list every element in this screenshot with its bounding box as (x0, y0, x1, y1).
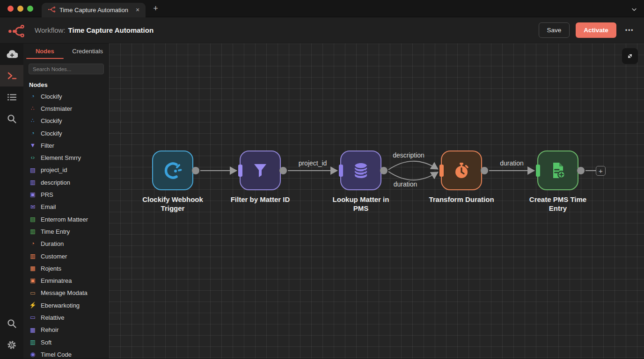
filter-icon: ▼ (29, 143, 37, 149)
node-type-item[interactable]: ▤Enterrom Matteer (23, 213, 109, 225)
node-type-item[interactable]: ∴Clockify (23, 115, 109, 127)
file-plus-icon (547, 159, 569, 182)
node-type-label: Email (41, 203, 56, 210)
file-icon: ▥ (29, 229, 37, 235)
file-icon: ▥ (29, 339, 37, 345)
node-label: Lookup Matter in PMS (328, 195, 394, 213)
stopwatch-icon (450, 159, 473, 182)
tab-nodes[interactable]: Nodes (23, 43, 66, 59)
node-type-item[interactable]: ▣Enminatrea (23, 274, 109, 287)
node-type-item[interactable]: ▣PRS (23, 188, 109, 201)
browser-tab[interactable]: Time Capture Automation × (42, 3, 146, 17)
stopwatch-icon: ◔ (29, 241, 37, 247)
nodes-panel: Nodes Credentials Nodes ◔Clockify∴Crnstm… (23, 43, 109, 359)
workflow-node-filter-by-matter-id: Filter by Matter ID (240, 151, 281, 190)
clockify-icon (161, 159, 184, 182)
activate-button[interactable]: Activate (576, 22, 616, 38)
search-nodes-input[interactable] (29, 64, 104, 74)
output-connector[interactable] (279, 167, 287, 174)
workflow-node-lookup-matter-in-pms: Lookup Matter in PMS (340, 151, 381, 190)
node-type-item[interactable]: ▼Filter (23, 139, 109, 151)
node-type-item[interactable]: ▥Soft (23, 336, 109, 348)
node-type-item[interactable]: ∴Crnstmiater (23, 102, 109, 115)
node-type-item[interactable]: ◔Clockify (23, 90, 109, 102)
node-type-item[interactable]: ▦Rojents (23, 262, 109, 274)
input-connector[interactable] (238, 165, 242, 177)
add-node-button[interactable]: + (596, 166, 606, 176)
node-type-label: Element Smrry (41, 154, 81, 161)
output-connector[interactable] (481, 167, 488, 174)
node-type-label: Soft (41, 339, 51, 346)
node-type-item[interactable]: ◉Timel Code (23, 348, 109, 359)
node-type-label: Crnstmiater (41, 105, 72, 112)
node-type-label: Relattive (41, 314, 65, 321)
node-type-item[interactable]: ▤project_id (23, 164, 109, 176)
grid-icon: ▦ (29, 327, 37, 333)
nodes-section-title: Nodes (23, 77, 109, 90)
node-type-label: Customer (41, 253, 67, 260)
clock-icon: ◔ (29, 130, 37, 136)
app-favicon-icon (48, 6, 56, 14)
file-icon: ▥ (29, 253, 37, 259)
node-type-item[interactable]: ▥Time Entry (23, 225, 109, 237)
app-logo-icon (7, 23, 25, 38)
tab-close-icon[interactable]: × (136, 6, 139, 14)
funnel-icon (249, 159, 271, 182)
close-window-button[interactable] (7, 6, 14, 12)
input-connector[interactable] (439, 165, 444, 177)
node-type-item[interactable]: ⚡Eberwarkoting (23, 299, 109, 311)
node-type-item[interactable]: ◔Duration (23, 238, 109, 250)
node-box-create-pms-time-entry[interactable] (537, 151, 578, 190)
save-button[interactable]: Save (539, 22, 570, 38)
table-icon: ▤ (29, 216, 37, 223)
maximize-window-button[interactable] (27, 6, 33, 12)
input-connector[interactable] (536, 165, 540, 177)
node-box-transform-duration[interactable] (441, 151, 482, 190)
node-box-clockify-webhook-trigger[interactable] (152, 151, 193, 190)
edge-label: project_id (299, 159, 327, 167)
node-type-item[interactable]: ▭Message Modata (23, 287, 109, 299)
message-icon: ▭ (29, 290, 37, 296)
node-box-filter-by-matter-id[interactable] (240, 151, 281, 190)
table-icon: ▤ (29, 167, 37, 173)
minimize-window-button[interactable] (17, 6, 23, 12)
tab-credentials[interactable]: Credentials (66, 43, 110, 59)
list-icon[interactable] (0, 86, 23, 108)
node-type-item[interactable]: ▥Customer (23, 250, 109, 262)
node-type-item[interactable]: ✉Email (23, 201, 109, 213)
node-type-label: Rehoir (41, 326, 59, 333)
image-icon: ▣ (29, 192, 37, 198)
workflow-node-create-pms-time-entry: Create PMS Time Entry (537, 151, 578, 190)
tab-title: Time Capture Automation (59, 7, 128, 14)
output-connector[interactable] (380, 167, 388, 174)
fullscreen-button[interactable] (622, 48, 638, 64)
node-label: Clockify Webhook Trigger (139, 195, 206, 213)
node-type-item[interactable]: ‹›Element Smrry (23, 151, 109, 164)
node-box-lookup-matter-in-pms[interactable] (340, 151, 381, 190)
workflow-node-transform-duration: Transform Duration (441, 151, 482, 190)
node-type-item[interactable]: ▦Rehoir (23, 324, 109, 336)
node-type-label: Filter (41, 142, 54, 149)
more-options-button[interactable]: ••• (622, 27, 637, 34)
node-type-label: Clockify (41, 130, 62, 137)
node-type-item[interactable]: ◔Clockify (23, 127, 109, 139)
output-connector[interactable] (577, 167, 585, 174)
box-icon: ▣ (29, 278, 37, 284)
chevron-down-icon[interactable] (631, 6, 637, 14)
window-controls[interactable] (0, 6, 42, 12)
input-connector[interactable] (339, 165, 343, 177)
cluster-icon: ∴ (29, 106, 37, 112)
node-label: Filter by Matter ID (227, 195, 293, 204)
cloud-upload-icon[interactable] (0, 43, 23, 65)
output-connector[interactable] (192, 167, 199, 174)
search-icon[interactable] (0, 108, 23, 129)
node-type-item[interactable]: ▭Relattive (23, 311, 109, 323)
node-type-item[interactable]: ▥description (23, 176, 109, 188)
workflow-canvas[interactable]: project_iddescriptiondurationduration Cl… (109, 43, 644, 359)
user-icon: ◉ (29, 352, 37, 358)
gear-icon[interactable] (0, 334, 23, 356)
search-icon[interactable] (0, 313, 23, 334)
new-tab-button[interactable]: + (153, 4, 158, 13)
panel-tabs: Nodes Credentials (23, 43, 109, 59)
terminal-icon[interactable] (0, 65, 23, 86)
